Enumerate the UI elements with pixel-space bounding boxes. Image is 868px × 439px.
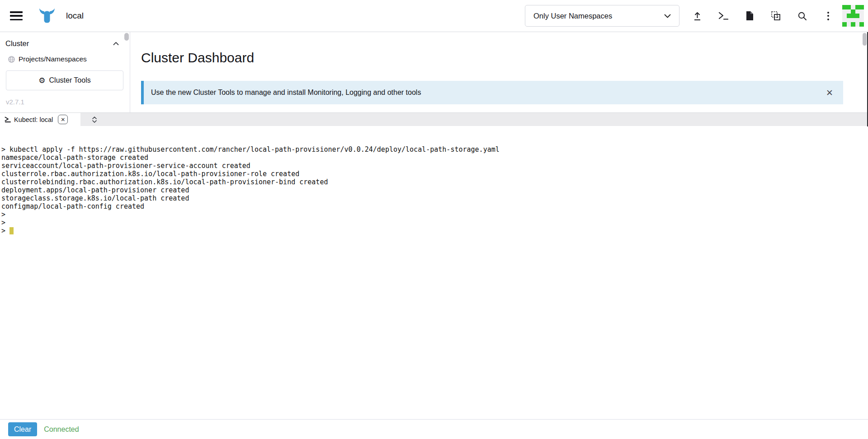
avatar-pixel [859, 18, 864, 23]
top-header: local Only User Namespaces [0, 0, 868, 32]
copy-icon [771, 11, 781, 21]
avatar-pixel [855, 22, 860, 27]
avatar-pixel [855, 14, 860, 18]
avatar-pixel [851, 14, 855, 18]
namespace-filter-value: Only User Namespaces [533, 12, 612, 20]
cluster-tools-button[interactable]: ⚙ Cluster Tools [6, 70, 123, 90]
avatar-pixel [855, 9, 860, 14]
avatar-pixel [851, 9, 855, 14]
banner-close-icon[interactable]: ✕ [826, 89, 833, 97]
upload-icon [693, 11, 702, 21]
terminal-line: > kubectl apply -f https://raw.githubuse… [1, 145, 868, 154]
main-scrollbar-thumb[interactable] [863, 33, 867, 46]
kebab-icon [827, 12, 829, 20]
connection-status: Connected [44, 425, 79, 434]
avatar-pixel [847, 9, 851, 14]
terminal-line: deployment.apps/local-path-provisioner c… [1, 186, 868, 194]
terminal-cursor-line: > [1, 227, 868, 235]
terminal-line: namespace/local-path-storage created [1, 154, 868, 162]
globe-icon [8, 56, 15, 63]
page-title: Cluster Dashboard [141, 50, 868, 65]
terminal-footer: Clear Connected [0, 419, 868, 439]
kubectl-shell-icon [718, 12, 728, 20]
main-content: Cluster Dashboard Use the new Cluster To… [130, 32, 868, 112]
import-yaml-button[interactable] [684, 7, 710, 25]
updown-chevrons-icon [92, 116, 97, 123]
terminal-line: > [1, 219, 868, 227]
terminal-lines: > kubectl apply -f https://raw.githubuse… [1, 145, 868, 235]
copy-kubeconfig-button[interactable] [763, 7, 789, 25]
avatar-pixel [842, 18, 847, 23]
avatar-pixel [847, 22, 851, 27]
terminal-tab-label: Kubectl: local [14, 116, 53, 123]
search-button[interactable] [789, 7, 815, 25]
cluster-sidebar: Cluster Projects/Namespaces ⚙ Cluster To… [0, 32, 130, 112]
namespace-filter-dropdown[interactable]: Only User Namespaces [525, 5, 679, 27]
sidebar-section-label: Cluster [5, 39, 29, 48]
terminal-line: clusterrolebinding.rbac.authorization.k8… [1, 178, 868, 186]
kubectl-shell-button[interactable] [710, 7, 736, 25]
sidebar-item-projects-namespaces[interactable]: Projects/Namespaces [8, 55, 130, 63]
avatar-pixel [842, 9, 847, 14]
kubeconfig-file-button[interactable] [736, 7, 763, 25]
terminal-tab-bar: Kubectl: local ✕ [0, 112, 868, 126]
avatar-pixel [851, 18, 855, 23]
rancher-logo-icon [38, 7, 56, 24]
terminal-line: configmap/local-path-config created [1, 202, 868, 210]
sidebar-item-label: Projects/Namespaces [19, 55, 87, 63]
sidebar-section-header[interactable]: Cluster [0, 32, 130, 48]
clear-button[interactable]: Clear [8, 422, 37, 436]
version-label: v2.7.1 [6, 98, 130, 106]
avatar-pixel [847, 5, 851, 9]
header-menu-button[interactable] [815, 7, 841, 25]
avatar-pixel [855, 5, 860, 9]
terminal-line: serviceaccount/local-path-provisioner-se… [1, 162, 868, 170]
avatar-pixel [859, 14, 864, 18]
avatar-pixel [847, 14, 851, 18]
terminal-line: storageclass.storage.k8s.io/local-path c… [1, 194, 868, 202]
avatar-pixel [842, 14, 847, 18]
cluster-name: local [66, 11, 84, 21]
terminal-line: > [1, 210, 868, 219]
content-row: Cluster Projects/Namespaces ⚙ Cluster To… [0, 32, 868, 112]
avatar-pixel [859, 22, 864, 27]
info-banner-text: Use the new Cluster Tools to manage and … [151, 89, 421, 97]
avatar-pixel [842, 5, 847, 9]
avatar-pixel [859, 5, 864, 9]
kubectl-terminal-tab[interactable]: Kubectl: local ✕ [0, 113, 80, 126]
terminal-cursor [9, 227, 14, 234]
avatar-pixel [859, 9, 864, 14]
close-icon: ✕ [61, 117, 65, 123]
search-icon [797, 11, 807, 21]
hamburger-menu-icon[interactable] [10, 11, 23, 20]
caret-up-icon[interactable] [113, 42, 119, 46]
avatar[interactable] [842, 5, 864, 27]
terminal-tab-close-button[interactable]: ✕ [58, 115, 68, 124]
file-icon [745, 11, 754, 21]
avatar-pixel [855, 18, 860, 23]
avatar-pixel [842, 22, 847, 27]
terminal-resize-control[interactable] [87, 113, 102, 126]
gear-icon: ⚙ [38, 77, 45, 84]
info-banner: Use the new Cluster Tools to manage and … [141, 81, 843, 104]
terminal-prompt-icon [5, 117, 11, 122]
avatar-pixel [847, 18, 851, 23]
avatar-pixel [851, 5, 855, 9]
chevron-down-icon [664, 14, 671, 18]
terminal-output[interactable]: > kubectl apply -f https://raw.githubuse… [0, 126, 868, 419]
avatar-pixel [851, 22, 855, 27]
terminal-line: clusterrole.rbac.authorization.k8s.io/lo… [1, 170, 868, 178]
cluster-tools-label: Cluster Tools [49, 76, 91, 84]
sidebar-scrollbar-thumb[interactable] [124, 33, 129, 41]
